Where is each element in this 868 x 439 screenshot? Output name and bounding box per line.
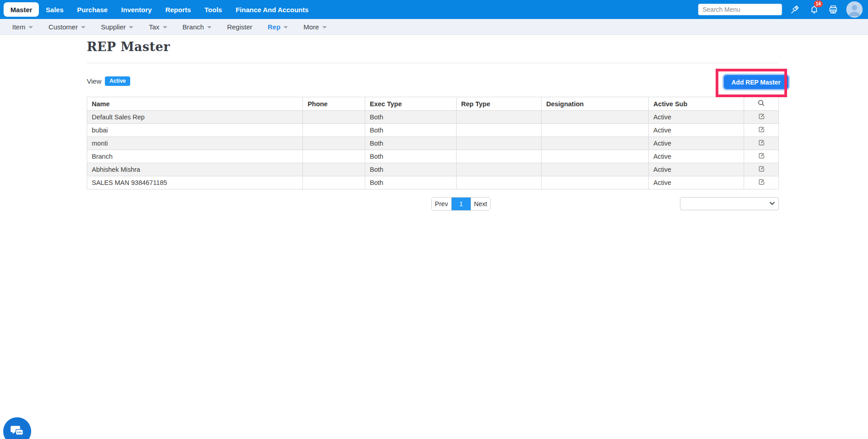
- edit-icon[interactable]: [758, 179, 765, 185]
- tab-sales[interactable]: Sales: [39, 2, 70, 17]
- page-size-select[interactable]: [680, 197, 779, 210]
- subnav-item-branch[interactable]: Branch: [175, 19, 220, 34]
- cell-designation: [542, 176, 649, 189]
- page-title: REP Master: [87, 40, 170, 54]
- add-rep-master-button[interactable]: Add REP Master: [724, 75, 788, 89]
- subnav-item-more[interactable]: More: [296, 19, 334, 34]
- cell-active-sub: Active: [649, 163, 744, 176]
- cell-active-sub: Active: [649, 124, 744, 137]
- cell-active-sub: Active: [649, 111, 744, 124]
- cell-edit: [744, 176, 779, 189]
- tab-tools[interactable]: Tools: [198, 2, 229, 17]
- table-row: bubai Both Active: [87, 124, 779, 137]
- cell-rep-type: [457, 137, 542, 150]
- cell-phone: [303, 111, 365, 124]
- subnav-item-rep[interactable]: Rep: [260, 19, 296, 34]
- cell-name: Branch: [87, 150, 303, 163]
- edit-icon[interactable]: [758, 126, 765, 133]
- user-avatar[interactable]: [846, 1, 863, 18]
- app-window: Master Sales Purchase Inventory Reports …: [0, 0, 868, 439]
- pagination-prev-button[interactable]: Prev: [432, 198, 451, 210]
- top-nav-right: 14: [698, 1, 868, 18]
- tab-inventory[interactable]: Inventory: [114, 2, 159, 17]
- cell-active-sub: Active: [649, 176, 744, 189]
- cell-edit: [744, 111, 779, 124]
- cell-rep-type: [457, 124, 542, 137]
- cell-edit: [744, 137, 779, 150]
- edit-icon[interactable]: [758, 165, 765, 172]
- table-row: Branch Both Active: [87, 150, 779, 163]
- subnav-item-item[interactable]: Item: [5, 19, 41, 34]
- view-label: View: [87, 77, 101, 85]
- tab-reports[interactable]: Reports: [159, 2, 198, 17]
- cell-designation: [542, 124, 649, 137]
- cell-exec-type: Both: [365, 176, 457, 189]
- cell-rep-type: [457, 111, 542, 124]
- edit-icon[interactable]: [758, 113, 765, 120]
- notifications-bell-icon[interactable]: 14: [808, 4, 820, 15]
- rep-master-table: Name Phone Exec Type Rep Type Designatio…: [87, 97, 779, 189]
- chat-bubbles-icon: [9, 424, 25, 439]
- tab-purchase[interactable]: Purchase: [71, 2, 115, 17]
- cell-edit: [744, 163, 779, 176]
- chevron-down-icon: [28, 26, 33, 28]
- subnav-label: More: [303, 23, 319, 31]
- cell-exec-type: Both: [365, 163, 457, 176]
- view-filter: View Active: [87, 76, 130, 86]
- subnav-label: Rep: [268, 23, 280, 31]
- view-active-badge[interactable]: Active: [105, 76, 130, 86]
- subnav-item-supplier[interactable]: Supplier: [93, 19, 141, 34]
- subnav-label: Tax: [149, 23, 159, 31]
- sub-navbar: Item Customer Supplier Tax Branch Regist…: [0, 19, 868, 35]
- cell-name: Abhishek Mishra: [87, 163, 303, 176]
- subnav-label: Customer: [48, 23, 78, 31]
- cell-rep-type: [457, 163, 542, 176]
- column-header-search[interactable]: [744, 97, 779, 111]
- subnav-label: Branch: [183, 23, 204, 31]
- column-header-name: Name: [87, 97, 303, 111]
- cell-rep-type: [457, 176, 542, 189]
- cell-designation: [542, 111, 649, 124]
- cell-rep-type: [457, 150, 542, 163]
- notification-badge: 14: [814, 0, 823, 7]
- column-header-exec-type: Exec Type: [365, 97, 457, 111]
- cell-exec-type: Both: [365, 111, 457, 124]
- cell-edit: [744, 124, 779, 137]
- printer-icon[interactable]: [827, 4, 839, 15]
- cell-name: SALES MAN 9384671185: [87, 176, 303, 189]
- cell-phone: [303, 163, 365, 176]
- pagination-page-1-button[interactable]: 1: [451, 198, 471, 210]
- subnav-item-tax[interactable]: Tax: [141, 19, 175, 34]
- cell-name: Default Sales Rep: [87, 111, 303, 124]
- chevron-down-icon: [81, 26, 85, 28]
- cell-phone: [303, 150, 365, 163]
- table-row: Abhishek Mishra Both Active: [87, 163, 779, 176]
- chevron-down-icon: [283, 26, 288, 28]
- cell-phone: [303, 176, 365, 189]
- table-header-row: Name Phone Exec Type Rep Type Designatio…: [87, 97, 779, 111]
- subnav-label: Item: [12, 23, 25, 31]
- cell-name: monti: [87, 137, 303, 150]
- edit-icon[interactable]: [758, 152, 765, 159]
- subnav-label: Supplier: [101, 23, 126, 31]
- page-size-select-wrap: [680, 197, 779, 210]
- tab-master[interactable]: Master: [4, 2, 39, 17]
- cell-name: bubai: [87, 124, 303, 137]
- theme-brush-icon[interactable]: [789, 4, 801, 15]
- chevron-down-icon: [322, 26, 327, 28]
- search-icon: [758, 99, 765, 107]
- pagination-next-button[interactable]: Next: [471, 198, 490, 210]
- subnav-label: Register: [227, 23, 252, 31]
- subnav-item-customer[interactable]: Customer: [41, 19, 93, 34]
- tab-finance-and-accounts[interactable]: Finance And Accounts: [229, 2, 315, 17]
- table-row: monti Both Active: [87, 137, 779, 150]
- chat-launcher-button[interactable]: [3, 417, 31, 439]
- subnav-item-register[interactable]: Register: [219, 19, 260, 34]
- edit-icon[interactable]: [758, 139, 765, 146]
- column-header-phone: Phone: [303, 97, 365, 111]
- column-header-rep-type: Rep Type: [457, 97, 542, 111]
- cell-phone: [303, 124, 365, 137]
- search-input[interactable]: [698, 4, 782, 15]
- chevron-down-icon: [129, 26, 133, 28]
- cell-designation: [542, 137, 649, 150]
